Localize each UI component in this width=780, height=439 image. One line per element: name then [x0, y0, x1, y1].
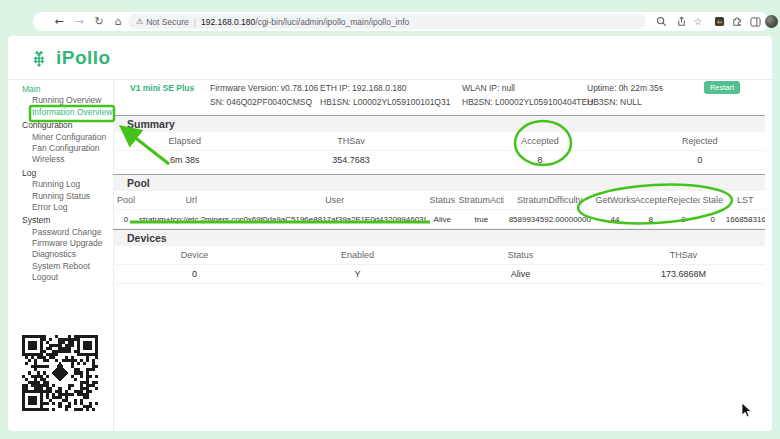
- pool-url-value: stratum+tcp://etc.2miners.com:1010: [139, 215, 243, 224]
- devices-col-thsav: THSav: [602, 250, 765, 260]
- pool-col-getworks: GetWorks: [595, 195, 634, 205]
- summary-col-accepted: Accepted: [446, 136, 635, 146]
- pool-rejected-value: 0: [667, 215, 700, 224]
- sidebar-item-wireless[interactable]: Wireless: [8, 154, 113, 165]
- pool-accepted-value: 8: [635, 215, 668, 224]
- pool-col-pool: Pool: [113, 195, 139, 205]
- pool-col-stratumactive: StratumActive: [459, 195, 505, 205]
- sidebar-item-fan-configuration[interactable]: Fan Configuration: [8, 143, 113, 154]
- hb2sn: HB2SN: L00002YL059100404TEU: [462, 97, 593, 107]
- summary-table-header: Elapsed THSav Accepted Rejected: [113, 132, 765, 151]
- browser-toolbar: ← → ↻ ⌂ ⚠ Not Secure | 192.168.0.180/cgi…: [33, 12, 769, 31]
- search-icon[interactable]: [653, 14, 669, 29]
- page-panel: iPollo Main Running Overview Information…: [8, 36, 772, 431]
- summary-section: Summary Elapsed THSav Accepted Rejected …: [113, 115, 765, 170]
- summary-accepted-value: 8: [446, 155, 635, 165]
- sidebar-item-running-overview[interactable]: Running Overview: [8, 95, 113, 106]
- home-icon[interactable]: ⌂: [110, 12, 126, 31]
- summary-col-elapsed: Elapsed: [113, 136, 256, 146]
- uptime: Uptime: 0h 22m 35s: [587, 83, 663, 93]
- sidebar-item-system-reboot[interactable]: System Reboot: [8, 261, 113, 272]
- sidebar-item-running-status[interactable]: Running Status: [8, 191, 113, 202]
- back-icon[interactable]: ←: [51, 12, 67, 31]
- sidebar-section-main: Main: [8, 84, 113, 95]
- sidebar-item-diagnostics[interactable]: Diagnostics: [8, 249, 113, 260]
- device-enabled-value: Y: [276, 269, 439, 279]
- summary-col-thsav: THSav: [256, 136, 445, 146]
- sidebar-section-configuration: Configuration: [8, 120, 113, 131]
- wlan-ip: WLAN IP: null: [462, 83, 515, 93]
- extension-icon[interactable]: [711, 14, 727, 29]
- brand-logo: iPollo: [28, 47, 111, 69]
- pool-col-accepted: Accepted: [635, 195, 668, 205]
- pool-col-status: Status: [426, 195, 459, 205]
- sidebar-item-miner-configuration[interactable]: Miner Configuration: [8, 132, 113, 143]
- sidebar-item-information-overview[interactable]: Information Overview: [8, 107, 113, 118]
- pool-col-url: Url: [139, 195, 243, 205]
- devices-table-header: Device Enabled Status THSav: [113, 246, 765, 265]
- device-model: V1 mini SE Plus: [130, 83, 194, 93]
- pool-table-row: 0 stratum+tcp://etc.2miners.com:1010 0x6…: [113, 210, 765, 229]
- pool-getworks-value: 44: [595, 215, 634, 224]
- bookmark-icon[interactable]: ☆: [690, 12, 706, 31]
- sidebar-item-logout[interactable]: Logout: [8, 272, 113, 283]
- url-domain: 192.168.0.180: [201, 17, 255, 27]
- side-panel-icon[interactable]: [747, 14, 763, 29]
- qr-code: [22, 335, 98, 411]
- pool-stale-value: 0: [700, 215, 726, 224]
- devices-col-status: Status: [439, 250, 602, 260]
- pool-col-rejected: Rejected: [667, 195, 700, 205]
- sidebar-item-firmware-upgrade[interactable]: Firmware Upgrade: [8, 238, 113, 249]
- pool-status-value: Alive: [426, 215, 459, 224]
- sidebar-item-error-log[interactable]: Error Log: [8, 202, 113, 213]
- eth-ip: ETH IP: 192.168.0.180: [320, 83, 406, 93]
- summary-table-row: 6m 38s 354.7683 8 0: [113, 151, 765, 170]
- hb1sn: HB1SN: L00002YL059100101Q31: [320, 97, 450, 107]
- serial-number: SN: 046Q02PF0040CMSQ: [210, 97, 312, 107]
- pool-col-stratumdifficulty: StratumDifficulty: [504, 195, 595, 205]
- summary-thsav-value: 354.7683: [256, 155, 445, 165]
- pool-user-value: 0x69f0da9aC5196e8817af39a2F1E0d432099460…: [243, 215, 426, 224]
- share-icon[interactable]: [673, 14, 689, 29]
- summary-title: Summary: [113, 115, 765, 132]
- device-thsav-value: 173.6868M: [602, 269, 765, 279]
- pool-col-stale: Stale: [700, 195, 726, 205]
- warning-icon: ⚠: [136, 17, 143, 26]
- sidebar-item-running-log[interactable]: Running Log: [8, 179, 113, 190]
- devices-table-row: 0 Y Alive 173.6868M: [113, 265, 765, 284]
- brand-name: iPollo: [56, 47, 111, 69]
- pool-lst-value: 1668583167: [726, 215, 765, 224]
- profile-avatar[interactable]: [765, 15, 778, 28]
- pool-col-user: User: [243, 195, 426, 205]
- url-path: /cgi-bin/luci/admin/ipollo_main/ipollo_i…: [255, 17, 409, 27]
- security-label: Not Secure: [146, 17, 189, 27]
- address-separator: |: [194, 17, 196, 27]
- pool-title: Pool: [113, 174, 765, 191]
- reload-icon[interactable]: ↻: [91, 12, 107, 31]
- address-bar[interactable]: ⚠ Not Secure | 192.168.0.180/cgi-bin/luc…: [128, 14, 646, 29]
- pool-section: Pool Pool Url User Status StratumActive …: [113, 174, 765, 229]
- sidebar-section-log: Log: [8, 168, 113, 179]
- summary-rejected-value: 0: [635, 155, 765, 165]
- sidebar-item-password-change[interactable]: Password Change: [8, 227, 113, 238]
- devices-title: Devices: [113, 229, 765, 246]
- pool-table-header: Pool Url User Status StratumActive Strat…: [113, 191, 765, 210]
- sidebar-section-system: System: [8, 215, 113, 226]
- pool-stratumactive-value: true: [459, 215, 505, 224]
- device-id-value: 0: [113, 269, 276, 279]
- devices-section: Devices Device Enabled Status THSav 0 Y …: [113, 229, 765, 284]
- summary-elapsed-value: 6m 38s: [113, 155, 256, 165]
- restart-button[interactable]: Restart: [704, 81, 740, 94]
- sidebar: Main Running Overview Information Overvi…: [8, 84, 113, 284]
- firmware-version: Firmware Version: v0.78.106: [210, 83, 318, 93]
- summary-col-rejected: Rejected: [635, 136, 765, 146]
- devices-col-device: Device: [113, 250, 276, 260]
- extensions-puzzle-icon[interactable]: [729, 14, 745, 29]
- header-divider: [8, 79, 772, 80]
- pool-id-value: 0: [113, 215, 139, 224]
- pineapple-icon: [28, 47, 50, 69]
- forward-icon[interactable]: →: [71, 12, 87, 31]
- devices-col-enabled: Enabled: [276, 250, 439, 260]
- pool-col-lst: LST: [726, 195, 765, 205]
- pool-stratumdifficulty-value: 8589934592.00000000: [504, 215, 595, 224]
